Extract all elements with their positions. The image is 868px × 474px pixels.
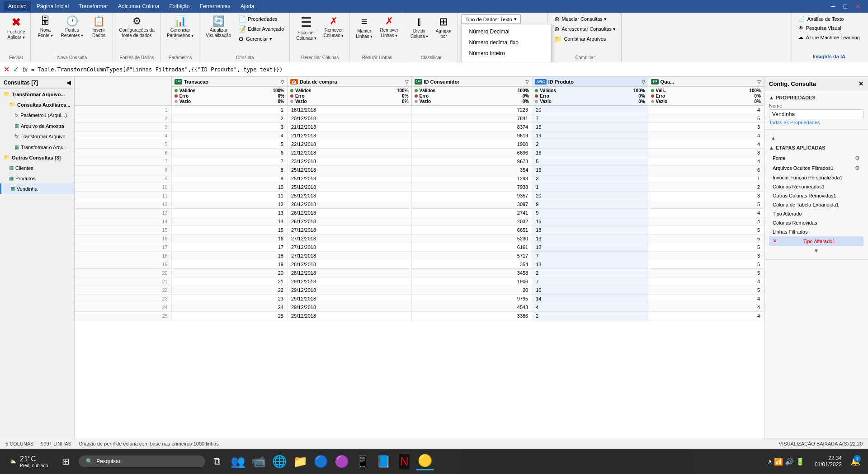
sidebar-group-auxiliares[interactable]: 📁 Consultas Auxiliares... [0, 99, 74, 110]
menu-ajuda[interactable]: Ajuda [236, 1, 259, 11]
gerenciar-button[interactable]: ⚙ Gerenciar ▾ [236, 34, 287, 43]
menu-adicionar-coluna[interactable]: Adicionar Coluna [113, 1, 164, 11]
notification-button[interactable]: 🔔 1 [848, 452, 863, 470]
filter-icon-transacao[interactable]: ▽ [281, 80, 284, 84]
etapa-item[interactable]: Colunas Renomeadas1 [769, 182, 863, 191]
config-dados-button[interactable]: ⚙ Configurações dafonte de dados [117, 14, 157, 40]
filter-icon-qtd[interactable]: ▽ [757, 80, 761, 84]
tipo-percentual[interactable]: Percentual [462, 59, 551, 62]
start-button[interactable]: ⊞ [55, 451, 76, 472]
minimize-button[interactable]: ─ [827, 2, 839, 11]
datatype-dropdown[interactable]: Tipo de Dados: Texto ▾ Número Decimal Nú… [461, 14, 520, 24]
datatype-button[interactable]: Tipo de Dados: Texto ▾ [461, 14, 520, 24]
fechar-aplicar-button[interactable]: ✖ Fechar eAplicar ▾ [5, 14, 28, 42]
etapa-item[interactable]: Coluna de Tabela Expandida1 [769, 200, 863, 209]
sidebar-item-transformar-arqui[interactable]: ▦ Transformar o Arqui... [0, 142, 74, 152]
chevron-up-icon[interactable]: ∧ [768, 458, 772, 465]
etapa-item[interactable]: Tipo Alterado [769, 209, 863, 218]
taskbar-app-edge[interactable]: 🌐 [270, 452, 288, 470]
etapa-item[interactable]: Linhas Filtradas [769, 227, 863, 236]
nova-fonte-button[interactable]: 🗄 NovaFonte ▾ [34, 14, 56, 40]
editor-avancado-button[interactable]: 📝 Editor Avançado [236, 24, 287, 33]
maximize-button[interactable]: □ [840, 2, 851, 11]
tipo-numero-decimal[interactable]: Número Decimal [462, 26, 551, 37]
steps-scroll-down[interactable]: ▼ [769, 246, 863, 256]
taskbar-search[interactable]: 🔍 Pesquisar [79, 455, 205, 467]
escolher-colunas-button[interactable]: ☰ EscolherColunas ▾ [293, 14, 319, 43]
dividir-coluna-button[interactable]: ⫿ DividirColuna ▾ [408, 14, 431, 41]
gerenciar-params-button[interactable]: 📊 GerenciarParâmetros ▾ [164, 14, 196, 40]
taskbar-app-powerbi[interactable]: 🟡 [416, 452, 434, 470]
menu-transformar[interactable]: Transformar [74, 1, 113, 11]
pesquisa-visual-button[interactable]: 👁 Pesquisa Visual [795, 24, 845, 32]
etapa-item[interactable]: Arquivos Ocultos Filtrados1 ⚙ [769, 163, 863, 173]
etapa-item[interactable]: Invocar Função Personalizada1 [769, 173, 863, 182]
taskbar-app-teams2[interactable]: 🟣 [333, 452, 351, 470]
taskbar-task-view[interactable]: ⧉ [208, 452, 226, 470]
sidebar-item-vendinha[interactable]: ▦ Vendinha [0, 183, 74, 194]
mesclar-consultas-button[interactable]: ⊕ Mesclar Consultas ▾ [552, 14, 618, 23]
tipo-numero-decimal-fixo[interactable]: Número decimal fixo [462, 37, 551, 48]
etapa-label: Fonte [773, 155, 785, 161]
propriedades-button[interactable]: 📄 Propriedades [236, 14, 287, 23]
all-props-link[interactable]: Todas as Propriedades [769, 120, 820, 125]
atualizar-button[interactable]: 🔄 AtualizarVisualização [203, 14, 234, 40]
data-area[interactable]: 1²³ Transacao ▽ Válidos100% Erro0% Vazio… [75, 77, 764, 449]
sidebar-group-outras[interactable]: 📁 Outras Consultas [3] [0, 152, 74, 163]
formula-ok-icon[interactable]: ✓ [13, 65, 19, 74]
fontes-recentes-button[interactable]: 🕐 FontesRecentes ▾ [58, 14, 86, 40]
remover-colunas-button[interactable]: ✗ RemoverColunas ▾ [321, 14, 346, 40]
etapa-item[interactable]: Colunas Removidas [769, 218, 863, 227]
menu-ferramentas[interactable]: Ferramentas [195, 1, 235, 11]
etapa-item[interactable]: ✕ Tipo Alterado1 [769, 236, 863, 246]
taskbar-app-teams[interactable]: 👥 [229, 452, 247, 470]
taskbar-sys-icons[interactable]: ∧ 📶 🔊 🔋 [764, 455, 808, 468]
taskbar-app-netflix[interactable]: N [395, 452, 413, 470]
etapa-item[interactable]: Fonte ⚙ [769, 153, 863, 163]
taskbar-app-chrome[interactable]: 🔵 [312, 452, 330, 470]
steps-scroll-up[interactable]: ▲ [769, 133, 778, 142]
taskbar-clock[interactable]: 22:34 01/01/2023 [811, 453, 845, 469]
formula-input[interactable] [31, 66, 864, 73]
inserir-dados-icon: 📋 [93, 16, 105, 26]
manter-linhas-button[interactable]: ≡ ManterLinhas ▾ [353, 14, 375, 41]
filter-icon-consumidor[interactable]: ▽ [525, 80, 529, 84]
produtos-label: Produtos [15, 176, 35, 181]
combinar-arquivos-button[interactable]: 📁 Combinar Arquivos [552, 34, 618, 43]
tipo-numero-inteiro[interactable]: Número Inteiro [462, 48, 551, 59]
etapa-item[interactable]: Outras Colunas Removidas1 [769, 191, 863, 200]
filter-icon-produto[interactable]: ▽ [642, 80, 645, 84]
remover-linhas-button[interactable]: ✗ RemoverLinhas ▾ [377, 14, 401, 40]
sidebar-item-arquivo-amostra[interactable]: ▦ Arquivo de Amostra [0, 121, 74, 131]
battery-icon[interactable]: 🔋 [796, 457, 805, 466]
formula-cancel-icon[interactable]: ✕ [4, 65, 9, 74]
gear-icon[interactable]: ⚙ [855, 155, 860, 161]
taskbar-app-files[interactable]: 📁 [291, 452, 309, 470]
gear-icon[interactable]: ⚙ [855, 165, 860, 171]
name-input[interactable] [769, 109, 863, 119]
taskbar-app-word[interactable]: 📘 [374, 452, 392, 470]
right-panel-close-icon[interactable]: ✕ [859, 80, 863, 87]
sidebar-item-clientes[interactable]: ▦ Clientes [0, 163, 74, 173]
agrupar-button[interactable]: ⊞ Agruparpor [433, 14, 454, 41]
taskbar-app-whatsapp[interactable]: 📱 [354, 452, 372, 470]
volume-icon[interactable]: 🔊 [785, 457, 794, 466]
menu-exibicao[interactable]: Exibição [165, 1, 194, 11]
close-button[interactable]: ✕ [852, 2, 864, 11]
sidebar-item-transformar-arquivo[interactable]: fx Transformar Arquivo [0, 131, 74, 142]
inserir-dados-button[interactable]: 📋 InserirDados [88, 14, 110, 40]
sidebar-collapse-icon[interactable]: ◀ [66, 80, 71, 86]
taskbar-weather[interactable]: ⛅ 21°C Pred. nublado [5, 453, 52, 470]
menu-arquivo[interactable]: Arquivo [4, 1, 31, 11]
taskbar-app-meet[interactable]: 📹 [250, 452, 268, 470]
sidebar-item-parametro1[interactable]: fx Parâmetro1 (Arqui...) [0, 110, 74, 121]
menu-pagina-inicial[interactable]: Página Inicial [32, 1, 73, 11]
filter-icon-data[interactable]: ▽ [405, 80, 409, 84]
sidebar-item-produtos[interactable]: ▦ Produtos [0, 173, 74, 183]
network-icon[interactable]: 📶 [774, 457, 783, 466]
sidebar-group-transformar[interactable]: 📁 Transformar Arquivo... [0, 89, 74, 99]
azure-ml-button[interactable]: ☁ Azure Machine Learning [795, 33, 863, 42]
acrescentar-button[interactable]: ⊕ Acrescentar Consultas ▾ [552, 24, 618, 33]
cell-transacao: 17 [171, 243, 287, 252]
analise-texto-button[interactable]: 📄 Análise de Texto [795, 14, 848, 23]
